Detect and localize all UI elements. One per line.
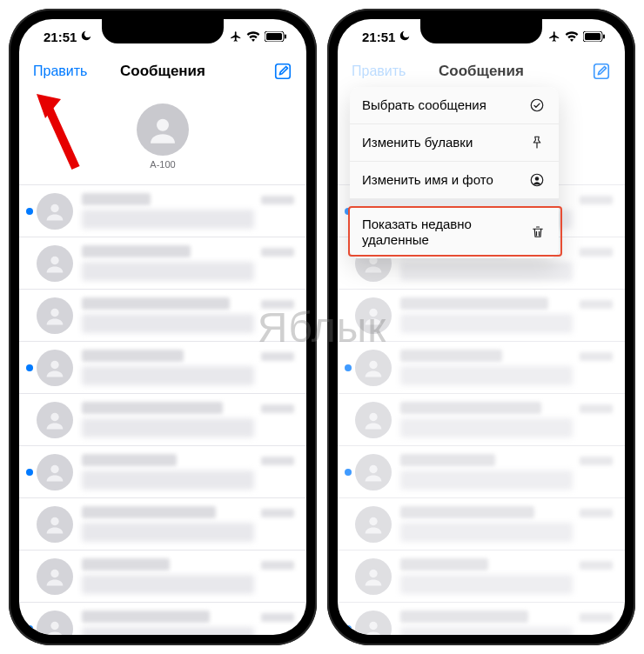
compose-button[interactable] (273, 62, 292, 81)
pinned-contact[interactable]: A-100 (19, 89, 306, 184)
avatar (355, 297, 392, 334)
avatar (37, 245, 73, 282)
row-preview-redacted (400, 627, 573, 635)
row-title-redacted (400, 350, 502, 362)
menu-edit-pins[interactable]: Изменить булавки (350, 124, 559, 162)
svg-point-32 (535, 177, 540, 181)
row-title-redacted (82, 611, 210, 623)
screen-left: 21:51 Править Сообщения (19, 19, 306, 635)
row-time-redacted (261, 457, 294, 465)
menu-show-recently-deleted[interactable]: Показать недавно удаленные (350, 206, 559, 258)
svg-rect-19 (594, 64, 609, 79)
conversation-row[interactable] (19, 498, 306, 551)
svg-point-6 (157, 119, 169, 131)
page-title: Сообщения (120, 63, 205, 80)
row-body (82, 454, 254, 490)
status-time: 21:51 (362, 30, 395, 44)
row-preview-redacted (82, 627, 254, 635)
focus-moon-icon (80, 30, 92, 44)
row-title-redacted (82, 245, 191, 257)
row-body (82, 297, 254, 333)
row-time-redacted (580, 613, 613, 622)
svg-point-28 (369, 569, 377, 577)
phone-frame-right: 21:51 Править Сообщения (327, 9, 635, 645)
conversation-row[interactable] (338, 342, 625, 394)
svg-point-29 (369, 621, 377, 629)
row-time-redacted (580, 457, 613, 465)
row-title-redacted (82, 506, 216, 518)
row-title-redacted (82, 193, 151, 205)
pinned-name: A-100 (150, 159, 175, 170)
row-preview-redacted (82, 262, 254, 281)
row-title-redacted (82, 402, 223, 414)
wifi-icon (246, 31, 260, 42)
menu-select-messages[interactable]: Выбрать сообщения (350, 87, 559, 124)
row-body (82, 350, 254, 385)
svg-rect-17 (585, 33, 600, 40)
svg-point-27 (369, 517, 377, 524)
row-title-redacted (82, 297, 230, 310)
svg-point-8 (50, 256, 58, 264)
row-title-redacted (400, 454, 495, 466)
row-preview-redacted (400, 418, 573, 437)
avatar (37, 402, 73, 438)
row-time-redacted (261, 404, 294, 413)
trash-icon (530, 224, 547, 240)
airplane-mode-icon (548, 30, 560, 43)
conversation-list[interactable] (19, 184, 306, 635)
conversation-row[interactable] (19, 446, 306, 498)
row-preview-redacted (400, 262, 573, 281)
avatar (37, 350, 73, 386)
conversation-row[interactable] (338, 394, 625, 446)
conversation-row[interactable] (19, 603, 306, 635)
row-preview-redacted (400, 314, 573, 333)
row-time-redacted (580, 509, 613, 517)
row-preview-redacted (82, 523, 254, 542)
conversation-row[interactable] (19, 342, 306, 394)
row-time-redacted (580, 248, 613, 257)
avatar (37, 611, 73, 636)
svg-rect-1 (266, 33, 282, 40)
conversation-row[interactable] (19, 237, 306, 290)
conversation-row[interactable] (338, 603, 625, 635)
row-time-redacted (261, 352, 294, 361)
row-body (400, 350, 573, 385)
svg-point-9 (50, 308, 58, 316)
conversation-row[interactable] (338, 446, 625, 498)
svg-point-12 (50, 464, 58, 472)
conversation-row[interactable] (338, 498, 625, 551)
focus-moon-icon (399, 30, 411, 44)
unread-dot (26, 364, 33, 371)
unread-dot (345, 625, 352, 632)
row-body (82, 611, 254, 635)
svg-rect-18 (603, 35, 605, 39)
unread-dot (345, 469, 352, 476)
row-preview-redacted (82, 366, 254, 385)
conversation-row[interactable] (19, 290, 306, 342)
row-preview-redacted (82, 575, 254, 594)
row-body (82, 558, 254, 594)
edit-context-menu: Выбрать сообщения Изменить булавки Измен… (350, 87, 559, 258)
person-circle-icon (527, 172, 547, 188)
conversation-row[interactable] (19, 551, 306, 603)
row-preview-redacted (400, 523, 573, 542)
conversation-row[interactable] (19, 394, 306, 446)
conversation-row[interactable] (19, 185, 306, 237)
menu-edit-name-photo[interactable]: Изменить имя и фото (350, 162, 559, 199)
screen-right: 21:51 Править Сообщения (338, 19, 625, 635)
compose-button[interactable] (592, 62, 611, 81)
edit-button[interactable]: Править (352, 63, 406, 79)
row-body (400, 297, 573, 333)
avatar (37, 506, 73, 543)
navbar: Править Сообщения (19, 54, 306, 89)
edit-button[interactable]: Править (33, 63, 87, 79)
conversation-row[interactable] (338, 551, 625, 603)
svg-point-10 (50, 360, 58, 368)
row-time-redacted (580, 300, 613, 309)
conversation-row[interactable] (338, 290, 625, 342)
phone-frame-left: 21:51 Править Сообщения (9, 9, 317, 645)
svg-point-13 (50, 517, 58, 524)
avatar (355, 611, 392, 636)
svg-point-14 (50, 569, 58, 577)
row-body (400, 558, 573, 594)
